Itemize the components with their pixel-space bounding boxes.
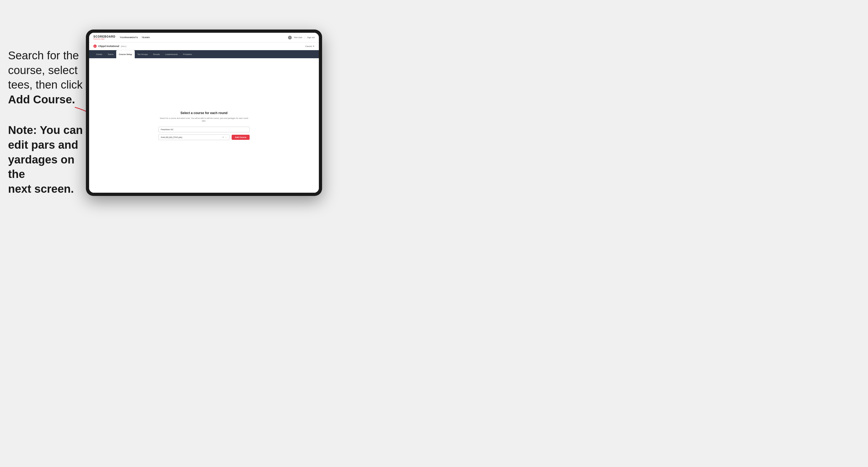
sub-nav: Details Teams Course Setup Tee Groups Re… — [89, 50, 319, 58]
course-search-wrapper — [158, 126, 250, 132]
nav-links: TOURNAMENTS TEAMS — [120, 36, 150, 39]
tab-course-setup[interactable]: Course Setup — [116, 50, 135, 58]
clippd-icon: C — [93, 44, 97, 48]
instruction-text: Search for thecourse, selecttees, then c… — [8, 48, 86, 107]
user-avatar: T — [288, 36, 292, 39]
tee-chevron-icon[interactable]: ⌄ — [225, 136, 227, 138]
tournament-name: Clippd Invitational — [98, 45, 119, 48]
tournament-header: C Clippd Invitational (Men) Cancel ✕ — [89, 42, 319, 50]
tablet-screen: SCOREBOARD Powered by clippd TOURNAMENTS… — [89, 33, 319, 193]
card-title: Select a course for each round — [180, 111, 227, 115]
tee-select-value: Gold (M) (M) (7010 yds) — [161, 136, 182, 138]
tab-printables[interactable]: Printables — [180, 50, 194, 58]
cancel-icon: ✕ — [313, 45, 315, 48]
pipe-divider: | — [305, 36, 305, 39]
course-search-input[interactable] — [158, 127, 250, 132]
tee-select-wrapper: Gold (M) (M) (7010 yds) ✕ ⌄ Add Course — [158, 134, 250, 140]
tablet-device: SCOREBOARD Powered by clippd TOURNAMENTS… — [86, 30, 322, 196]
user-label: Test User — [294, 36, 303, 39]
tee-clear-icon[interactable]: ✕ — [222, 136, 224, 138]
logo: SCOREBOARD Powered by clippd — [93, 35, 116, 40]
main-content: Select a course for each round Search fo… — [89, 58, 319, 193]
tab-details[interactable]: Details — [93, 50, 105, 58]
card-description: Search for a course and select a tee. Yo… — [158, 117, 250, 123]
cancel-label: Cancel — [305, 45, 312, 48]
tab-teams[interactable]: Teams — [105, 50, 116, 58]
logo-text: SCOREBOARD — [93, 35, 116, 38]
cancel-button[interactable]: Cancel ✕ — [305, 45, 315, 48]
sign-out-link[interactable]: Sign out — [307, 36, 315, 39]
tournament-title: C Clippd Invitational (Men) — [93, 44, 126, 48]
tee-select-controls: ✕ ⌄ — [222, 136, 227, 138]
tab-results[interactable]: Results — [151, 50, 163, 58]
navbar: SCOREBOARD Powered by clippd TOURNAMENTS… — [89, 33, 319, 42]
note-text: Note: You canedit pars andyardages on th… — [8, 123, 86, 196]
tee-select-dropdown[interactable]: Gold (M) (M) (7010 yds) ✕ ⌄ — [158, 134, 229, 140]
course-select-card: Select a course for each round Search fo… — [158, 111, 250, 140]
nav-tournaments[interactable]: TOURNAMENTS — [120, 36, 138, 39]
navbar-right: T Test User | Sign out — [288, 36, 315, 39]
logo-sub: Powered by clippd — [93, 38, 116, 40]
navbar-left: SCOREBOARD Powered by clippd TOURNAMENTS… — [93, 35, 150, 40]
tournament-subtitle: (Men) — [121, 45, 126, 48]
tab-tee-groups[interactable]: Tee Groups — [135, 50, 151, 58]
add-course-button[interactable]: Add Course — [231, 135, 250, 140]
instruction-bold: Add Course. — [8, 93, 75, 106]
nav-teams[interactable]: TEAMS — [142, 36, 150, 39]
annotation-area: Search for thecourse, selecttees, then c… — [8, 48, 86, 196]
tab-leaderboards[interactable]: Leaderboards — [163, 50, 180, 58]
